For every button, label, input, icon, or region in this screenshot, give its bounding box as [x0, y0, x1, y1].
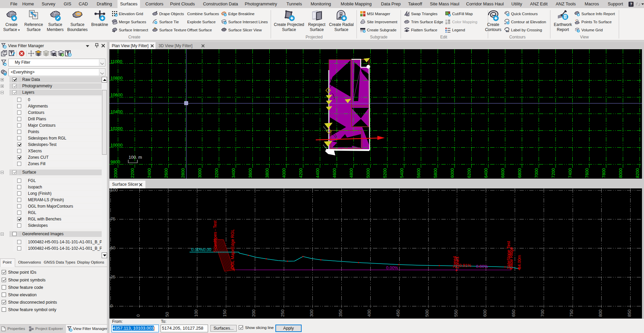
- svg-text:500: 500: [425, 309, 430, 317]
- svg-text:450: 450: [396, 309, 401, 317]
- svg-text:6000: 6000: [450, 168, 455, 178]
- svg-text:600: 600: [482, 309, 487, 317]
- svg-text:3600: 3600: [248, 168, 253, 178]
- svg-text:25: 25: [110, 274, 115, 279]
- svg-text:250: 250: [280, 309, 285, 317]
- svg-text:750: 750: [569, 309, 574, 317]
- svg-text:100. m: 100. m: [129, 155, 142, 160]
- svg-text:10600: 10600: [110, 92, 123, 97]
- svg-text:3800: 3800: [265, 168, 270, 178]
- svg-text:Sideslopes - Test: Sideslopes - Test: [213, 220, 217, 252]
- svg-text:6400: 6400: [483, 168, 488, 178]
- svg-text:2600: 2600: [164, 168, 169, 178]
- svg-text:Glide Ridge: Glide Ridge: [509, 247, 514, 269]
- svg-text:8200: 8200: [635, 168, 640, 178]
- svg-text:700: 700: [540, 309, 545, 317]
- svg-text:5000: 5000: [366, 168, 371, 178]
- svg-text:300: 300: [309, 309, 314, 317]
- svg-text:3400: 3400: [231, 168, 236, 178]
- svg-text:50: 50: [110, 245, 115, 250]
- svg-text:10200: 10200: [110, 126, 123, 131]
- svg-text:2200: 2200: [130, 168, 135, 178]
- svg-text:5400: 5400: [399, 168, 404, 178]
- svg-text:400: 400: [367, 309, 372, 317]
- svg-text:6200: 6200: [467, 168, 472, 178]
- svg-text:2000: 2000: [113, 168, 118, 178]
- svg-text:4000: 4000: [281, 168, 286, 178]
- svg-text:0.00%: 0.00%: [476, 264, 488, 269]
- svg-text:-0.91%: -0.91%: [458, 263, 471, 268]
- svg-text:100: 100: [506, 31, 509, 32]
- svg-text:0: 0: [136, 314, 141, 317]
- svg-text:100: 100: [194, 309, 199, 317]
- svg-text:5600: 5600: [416, 168, 421, 178]
- svg-text:0: 0: [110, 303, 113, 308]
- svg-text:850: 850: [627, 309, 632, 317]
- svg-text:350: 350: [338, 309, 343, 317]
- svg-text:550: 550: [453, 309, 459, 317]
- svg-text:0.00%0.00: 0.00%0.00: [191, 247, 211, 252]
- svg-text:50: 50: [165, 312, 170, 317]
- svg-text:OGL MajorEdge RGL: OGL MajorEdge RGL: [230, 229, 235, 269]
- svg-text:200: 200: [251, 309, 256, 317]
- svg-text:3200: 3200: [214, 168, 219, 178]
- svg-text:5800: 5800: [433, 168, 438, 178]
- svg-text:100: 100: [110, 188, 118, 192]
- svg-text:650: 650: [511, 309, 516, 317]
- svg-text:7200: 7200: [551, 168, 556, 178]
- svg-text:5200: 5200: [382, 168, 387, 178]
- svg-text:7800: 7800: [601, 168, 606, 178]
- svg-text:34.00m: 34.00m: [517, 255, 522, 269]
- svg-text:150: 150: [222, 309, 227, 317]
- svg-text:3000: 3000: [197, 168, 202, 178]
- svg-text:9800: 9800: [110, 159, 120, 164]
- svg-text:11000: 11000: [110, 59, 122, 64]
- svg-text:8000: 8000: [618, 168, 623, 178]
- svg-text:75: 75: [110, 216, 115, 221]
- svg-text:7400: 7400: [568, 168, 573, 178]
- svg-text:2400: 2400: [147, 168, 152, 178]
- svg-text:10000: 10000: [110, 143, 123, 148]
- svg-text:800: 800: [598, 309, 603, 317]
- svg-text:10800: 10800: [110, 75, 123, 81]
- svg-text:7600: 7600: [584, 168, 589, 178]
- svg-text:6800: 6800: [517, 168, 522, 178]
- svg-text:4800: 4800: [349, 168, 354, 178]
- svg-text:4400: 4400: [315, 168, 320, 178]
- svg-text:4200: 4200: [298, 168, 303, 178]
- svg-text:6600: 6600: [500, 168, 505, 178]
- svg-text:10400: 10400: [110, 109, 123, 114]
- svg-text:7000: 7000: [534, 168, 539, 178]
- svg-text:4600: 4600: [332, 168, 337, 178]
- svg-text:2800: 2800: [180, 168, 185, 178]
- svg-text:0.00%: 0.00%: [386, 266, 398, 270]
